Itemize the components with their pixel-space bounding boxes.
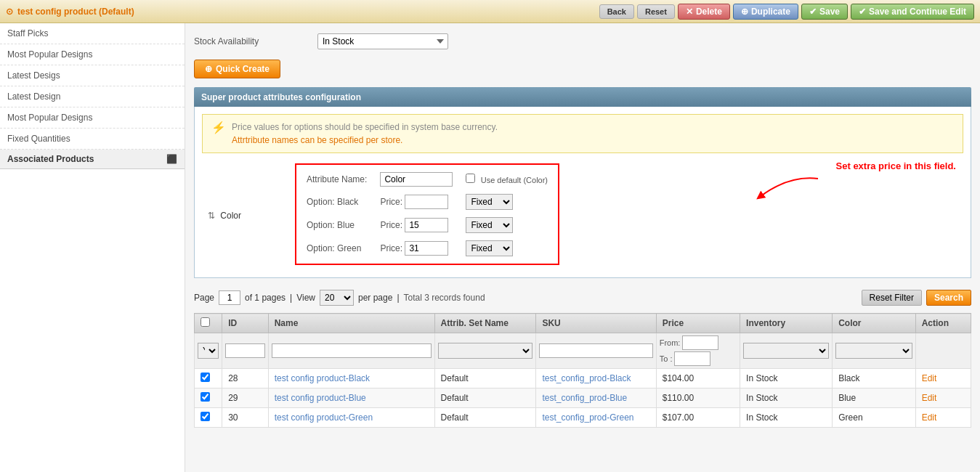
annotation-text: Set extra price in this field. <box>836 160 956 171</box>
filter-price-from[interactable] <box>682 335 718 350</box>
col-header-id[interactable]: ID <box>222 314 269 333</box>
edit-link[interactable]: Edit <box>922 412 937 423</box>
col-header-price[interactable]: Price <box>656 314 740 333</box>
cell-inventory: In Stock <box>740 369 833 388</box>
cell-attrib: Default <box>434 408 536 428</box>
attribute-name-label: Color <box>220 211 241 221</box>
sort-icon: ⇅ <box>208 211 215 221</box>
page-label: Page <box>194 293 214 303</box>
col-header-sku[interactable]: SKU <box>536 314 656 333</box>
col-header-attrib[interactable]: Attrib. Set Name <box>434 314 536 333</box>
search-filter-button[interactable]: Search <box>926 290 971 306</box>
col-header-action: Action <box>915 314 971 333</box>
cell-attrib: Default <box>434 388 536 408</box>
associated-icon: ⬛ <box>166 154 177 164</box>
section-header: Super product attributes configuration <box>194 87 971 107</box>
cell-name: test config product-Green <box>268 408 434 428</box>
duplicate-button[interactable]: ⊕ Duplicate <box>733 4 798 20</box>
sku-link[interactable]: test_config_prod-Green <box>542 412 633 423</box>
cell-attrib: Default <box>434 369 536 388</box>
col-header-color[interactable]: Color <box>833 314 915 333</box>
select-all-checkbox[interactable] <box>201 317 210 327</box>
option-black-label: Option: Black <box>307 197 358 207</box>
use-default-checkbox[interactable] <box>466 174 475 183</box>
col-header-name[interactable]: Name <box>268 314 434 333</box>
filter-id-input[interactable] <box>225 343 265 358</box>
page-input[interactable] <box>219 290 240 305</box>
price-input-blue[interactable] <box>405 218 448 232</box>
cell-action: Edit <box>915 388 971 408</box>
product-link[interactable]: test config product-Black <box>275 373 370 383</box>
section-body: ⚡ Price values for options should be spe… <box>194 107 971 278</box>
product-icon: ⊙ <box>6 7 13 17</box>
price-type-blue[interactable]: Fixed Percent <box>466 217 513 233</box>
attr-name-input[interactable] <box>380 172 453 187</box>
page-title: ⊙ test config product (Default) <box>6 7 134 17</box>
sku-link[interactable]: test_config_prod-Black <box>542 373 631 383</box>
warning-icon: ⚡ <box>211 121 226 134</box>
cell-price: $110.00 <box>656 388 740 408</box>
filter-attrib-select[interactable]: Default <box>438 343 533 359</box>
edit-link[interactable]: Edit <box>922 393 937 403</box>
attribute-table: ⇅ Color <box>202 160 963 270</box>
row-checkbox[interactable] <box>201 392 210 402</box>
delete-button[interactable]: ✕ Delete <box>678 4 730 20</box>
sidebar-item-most-popular-2[interactable]: Most Popular Designs <box>0 107 185 129</box>
sidebar-item-most-popular-1[interactable]: Most Popular Designs <box>0 44 185 65</box>
cell-color: Green <box>833 408 915 428</box>
filter-color-select[interactable]: Black Blue Green <box>835 343 912 359</box>
filter-inventory-select[interactable]: In Stock Out of Stock <box>743 343 829 359</box>
sku-link[interactable]: test_config_prod-Blue <box>542 393 627 403</box>
table-row: 30 test config product-Green Default tes… <box>195 408 971 428</box>
cell-action: Edit <box>915 369 971 388</box>
row-checkbox[interactable] <box>201 412 210 421</box>
table-header-row: ID Name Attrib. Set Name SKU Price Inven… <box>195 314 971 333</box>
save-icon: ✔ <box>809 7 817 17</box>
sidebar-associated-section: Associated Products ⬛ <box>0 150 185 169</box>
option-green-row: Option: Green Price: <box>301 237 554 259</box>
reset-button[interactable]: Reset <box>637 4 675 19</box>
cell-price: $107.00 <box>656 408 740 428</box>
row-checkbox[interactable] <box>201 373 210 382</box>
cell-inventory: In Stock <box>740 408 833 428</box>
price-type-green[interactable]: Fixed Percent <box>466 240 513 256</box>
header-bar: ⊙ test config product (Default) Back Res… <box>0 0 980 23</box>
price-input-black[interactable] <box>405 195 448 209</box>
product-name: test config product (Default) <box>17 7 134 17</box>
back-button[interactable]: Back <box>599 4 634 19</box>
associated-label: Associated Products <box>7 154 94 164</box>
view-select[interactable]: 20 50 100 200 <box>320 290 354 306</box>
product-link[interactable]: test config product-Green <box>275 412 373 423</box>
price-inner-table: Attribute Name: <box>299 168 555 261</box>
save-button[interactable]: ✔ Save <box>801 4 848 20</box>
edit-link[interactable]: Edit <box>922 373 937 383</box>
sidebar-item-fixed-quantities[interactable]: Fixed Quantities <box>0 129 185 150</box>
reset-filter-button[interactable]: Reset Filter <box>862 290 922 306</box>
quick-create-row: ⊕ Quick Create <box>194 60 971 78</box>
save-continue-button[interactable]: ✔ Save and Continue Edit <box>851 4 974 20</box>
per-page-label: per page <box>358 293 392 303</box>
price-highlight-box: Attribute Name: <box>295 163 559 265</box>
warning-box: ⚡ Price values for options should be spe… <box>202 114 963 153</box>
product-link[interactable]: test config product-Blue <box>275 393 366 403</box>
cell-sku: test_config_prod-Green <box>536 408 656 428</box>
price-input-green[interactable] <box>405 241 448 256</box>
price-type-black[interactable]: Fixed Percent <box>466 194 513 210</box>
filter-price-to[interactable] <box>674 351 710 366</box>
option-black-row: Option: Black Price: <box>301 191 554 213</box>
filter-name-input[interactable] <box>272 343 432 358</box>
quick-create-button[interactable]: ⊕ Quick Create <box>194 60 280 78</box>
stock-availability-row: Stock Availability In Stock Out of Stock <box>194 29 971 54</box>
filter-checkbox-select[interactable]: Yes No Any <box>198 343 219 359</box>
sidebar-item-latest-desigs[interactable]: Latest Desigs <box>0 65 185 86</box>
cell-name: test config product-Blue <box>268 388 434 408</box>
filter-sku-input[interactable] <box>539 343 652 358</box>
sidebar-item-staff-picks[interactable]: Staff Picks <box>0 23 185 44</box>
cell-action: Edit <box>915 408 971 428</box>
stock-select[interactable]: In Stock Out of Stock <box>317 33 448 49</box>
sidebar-label: Fixed Quantities <box>7 134 70 144</box>
col-header-inventory[interactable]: Inventory <box>740 314 833 333</box>
sidebar-item-latest-design[interactable]: Latest Design <box>0 86 185 107</box>
cell-color: Black <box>833 369 915 388</box>
cell-price: $104.00 <box>656 369 740 388</box>
